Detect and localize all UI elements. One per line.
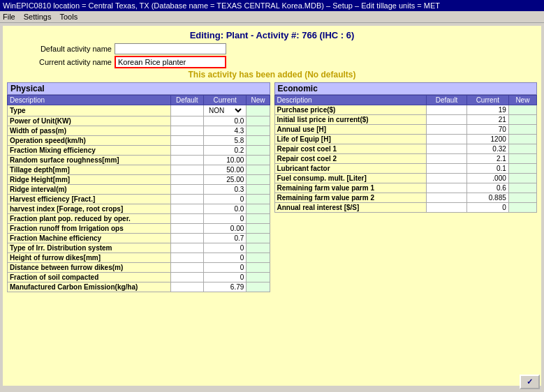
table-row: Operation speed(km/h)5.8: [8, 136, 270, 146]
physical-row-current: 0: [204, 214, 247, 224]
economic-row-current: 1200: [466, 135, 508, 144]
physical-row-current: 0: [204, 273, 247, 282]
physical-row-desc: Fraction Mixing efficiency: [8, 146, 171, 156]
economic-row-new[interactable]: [508, 125, 536, 135]
physical-row-new[interactable]: [247, 253, 270, 263]
table-row: Fraction runoff from Irrigation ops0.00: [8, 224, 270, 234]
table-row: Random surface roughness[mm]10.00: [8, 156, 270, 165]
physical-row-new[interactable]: [247, 116, 270, 126]
physical-row-new[interactable]: [247, 195, 270, 204]
physical-row-new[interactable]: [247, 273, 270, 282]
physical-row-default: [170, 234, 203, 243]
physical-header-desc: Description: [8, 96, 171, 105]
physical-row-current: 25.00: [204, 175, 247, 185]
economic-row-desc: Life of Equip [H]: [274, 135, 427, 144]
physical-row-new[interactable]: [247, 224, 270, 234]
tables-row: Physical Description Default Current New…: [7, 82, 537, 292]
physical-row-new[interactable]: [247, 234, 270, 243]
physical-row-desc: Fraction Machine efficiency: [8, 234, 171, 243]
physical-row-default: [170, 214, 203, 224]
physical-header-new: New: [247, 96, 270, 105]
physical-row-default: [170, 224, 203, 234]
economic-row-new[interactable]: [508, 193, 536, 203]
title-bar-text: WinEPIC0810 location = Central Texas, TX…: [3, 1, 440, 10]
physical-row-new[interactable]: [247, 185, 270, 195]
table-row: Height of furrow dikes[mm]0: [8, 253, 270, 263]
physical-row-current[interactable]: NON: [204, 105, 247, 116]
economic-header-current: Current: [466, 96, 508, 105]
economic-row-desc: Annual use [H]: [274, 125, 427, 135]
default-activity-label: Default activity name: [7, 45, 112, 53]
table-row: Ridge interval(m)0.3: [8, 185, 270, 195]
table-row: Power of Unit(KW)0.0: [8, 116, 270, 126]
table-row: harvest index [Forage, root crops]0.0: [8, 204, 270, 214]
economic-row-default: [427, 125, 467, 135]
physical-title: Physical: [7, 82, 270, 95]
physical-row-current: 0.0: [204, 116, 247, 126]
economic-row-current: 0.1: [466, 164, 508, 174]
physical-row-desc: Fraction runoff from Irrigation ops: [8, 224, 171, 234]
economic-row-desc: Repair cost coel 2: [274, 154, 427, 164]
economic-row-new[interactable]: [508, 203, 536, 213]
physical-row-new[interactable]: [247, 136, 270, 146]
economic-row-new[interactable]: [508, 164, 536, 174]
table-row: Ridge Height[mm]25.00: [8, 175, 270, 185]
physical-row-new[interactable]: [247, 243, 270, 253]
economic-row-new[interactable]: [508, 115, 536, 125]
physical-row-new[interactable]: [247, 146, 270, 156]
economic-row-desc: Remaining farm value parm 1: [274, 183, 427, 193]
menu-tools[interactable]: Tools: [59, 13, 78, 21]
confirm-button[interactable]: ✓: [520, 375, 540, 389]
physical-row-default: [170, 204, 203, 214]
economic-row-new[interactable]: [508, 135, 536, 144]
physical-row-current: 0.2: [204, 146, 247, 156]
economic-row-default: [427, 105, 467, 115]
economic-row-default: [427, 154, 467, 164]
physical-row-new[interactable]: [247, 263, 270, 273]
economic-row-new[interactable]: [508, 105, 536, 115]
physical-row-default: [170, 263, 203, 273]
table-row: Repair cost coel 10.32: [274, 144, 537, 154]
economic-row-new[interactable]: [508, 154, 536, 164]
physical-row-desc: harvest index [Forage, root crops]: [8, 204, 171, 214]
economic-row-desc: Fuel consump. mult. [Liter]: [274, 174, 427, 183]
current-activity-input[interactable]: [115, 56, 226, 68]
physical-row-desc: Tillage depth[mm]: [8, 165, 171, 175]
physical-row-default: [170, 105, 203, 116]
physical-row-desc: Fraction plant pop. reduced by oper.: [8, 214, 171, 224]
economic-row-current: 0.32: [466, 144, 508, 154]
physical-row-new[interactable]: [247, 175, 270, 185]
physical-row-new[interactable]: [247, 204, 270, 214]
default-activity-input[interactable]: [115, 43, 226, 54]
physical-row-new[interactable]: [247, 282, 270, 292]
physical-row-current: 0.0: [204, 204, 247, 214]
table-row: Fraction Machine efficiency0.7: [8, 234, 270, 243]
menu-settings[interactable]: Settings: [24, 13, 52, 21]
menu-bar: File Settings Tools: [0, 11, 544, 23]
physical-row-default: [170, 273, 203, 282]
economic-row-desc: Remaining farm value parm 2: [274, 193, 427, 203]
economic-row-new[interactable]: [508, 144, 536, 154]
physical-row-new[interactable]: [247, 214, 270, 224]
physical-row-new[interactable]: [247, 165, 270, 175]
physical-row-new[interactable]: [247, 156, 270, 165]
economic-row-new[interactable]: [508, 183, 536, 193]
table-row: Fraction plant pop. reduced by oper.0: [8, 214, 270, 224]
physical-row-desc: Width of pass(m): [8, 126, 171, 136]
physical-row-current: 0.00: [204, 224, 247, 234]
physical-row-default: [170, 195, 203, 204]
physical-row-default: [170, 243, 203, 253]
physical-row-desc: Random surface roughness[mm]: [8, 156, 171, 165]
physical-row-current: 0: [204, 253, 247, 263]
physical-row-default: [170, 126, 203, 136]
menu-file[interactable]: File: [3, 13, 15, 21]
economic-row-current: 0: [466, 203, 508, 213]
table-row: Annual real interest [$/S]0: [274, 203, 537, 213]
economic-row-new[interactable]: [508, 174, 536, 183]
physical-row-default: [170, 165, 203, 175]
type-select[interactable]: NON: [206, 106, 244, 115]
physical-row-new[interactable]: [247, 105, 270, 116]
physical-row-desc: Power of Unit(KW): [8, 116, 171, 126]
economic-row-default: [427, 164, 467, 174]
physical-row-new[interactable]: [247, 126, 270, 136]
